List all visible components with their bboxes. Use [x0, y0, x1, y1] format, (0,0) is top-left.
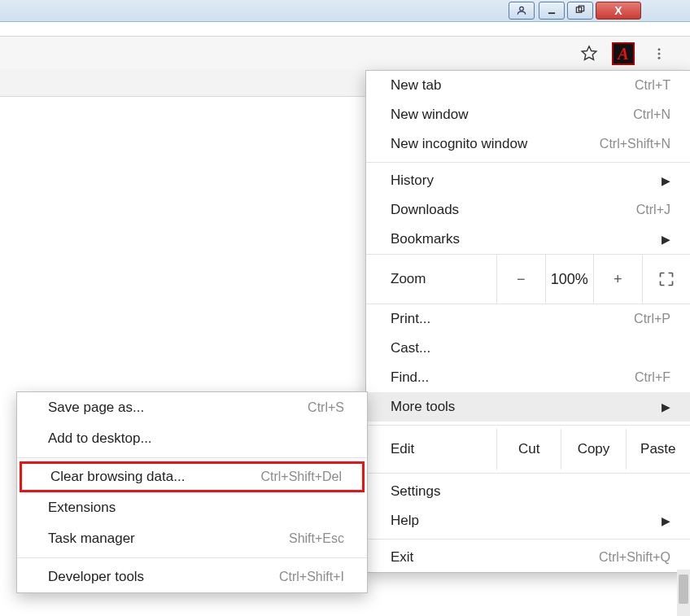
submenu-shortcut: Ctrl+Shift+Del: [260, 470, 342, 484]
close-icon: X: [614, 4, 622, 17]
menu-label: Cast...: [391, 340, 430, 356]
submenu-arrow-icon: ▶: [662, 400, 670, 413]
menu-label: More tools: [391, 399, 455, 415]
menu-label: Help: [391, 513, 419, 529]
submenu-label: Developer tools: [48, 569, 144, 585]
more-tools-submenu: Save page as... Ctrl+S Add to desktop...…: [16, 391, 368, 593]
menu-shortcut: Ctrl+T: [635, 78, 670, 93]
fullscreen-icon: [658, 271, 675, 287]
submenu-shortcut: Ctrl+Shift+I: [279, 570, 344, 584]
adobe-extension-button[interactable]: A: [612, 42, 635, 65]
menu-help[interactable]: Help ▶: [366, 506, 690, 535]
submenu-separator: [17, 557, 367, 558]
kebab-icon: [652, 46, 666, 61]
menu-shortcut: Ctrl+Shift+N: [600, 137, 670, 151]
submenu-task-manager[interactable]: Task manager Shift+Esc: [17, 523, 367, 554]
submenu-label: Extensions: [48, 500, 116, 516]
menu-bookmarks[interactable]: Bookmarks ▶: [366, 225, 690, 254]
user-icon: [516, 5, 527, 16]
submenu-clear-browsing-data[interactable]: Clear browsing data... Ctrl+Shift+Del: [20, 461, 365, 492]
menu-label: Downloads: [391, 202, 459, 218]
scrollbar-thumb[interactable]: [679, 574, 688, 604]
window-close-button[interactable]: X: [596, 2, 641, 20]
menu-label: New tab: [391, 77, 441, 94]
submenu-arrow-icon: ▶: [662, 174, 670, 187]
menu-label: Bookmarks: [391, 231, 460, 247]
zoom-value: 100%: [545, 255, 594, 304]
menu-separator: [366, 162, 690, 163]
submenu-shortcut: Ctrl+S: [308, 400, 344, 415]
menu-new-tab[interactable]: New tab Ctrl+T: [366, 71, 690, 100]
fullscreen-button[interactable]: [642, 255, 691, 304]
submenu-developer-tools[interactable]: Developer tools Ctrl+Shift+I: [17, 561, 367, 592]
menu-separator: [366, 473, 690, 474]
window-titlebar: X: [0, 0, 690, 22]
zoom-out-button[interactable]: −: [496, 255, 545, 304]
menu-settings[interactable]: Settings: [366, 477, 690, 506]
menu-edit-label: Edit: [366, 441, 496, 457]
submenu-label: Task manager: [48, 531, 135, 547]
star-icon: [580, 45, 598, 63]
chrome-main-menu: New tab Ctrl+T New window Ctrl+N New inc…: [365, 70, 690, 573]
menu-label: History: [391, 173, 434, 189]
edit-copy-button[interactable]: Copy: [561, 429, 625, 470]
menu-separator: [366, 425, 690, 426]
menu-label: New incognito window: [391, 136, 527, 152]
svg-point-0: [520, 7, 524, 11]
menu-label: New window: [391, 107, 468, 123]
menu-new-incognito[interactable]: New incognito window Ctrl+Shift+N: [366, 129, 690, 159]
submenu-shortcut: Shift+Esc: [289, 531, 344, 546]
menu-downloads[interactable]: Downloads Ctrl+J: [366, 195, 690, 225]
page-scrollbar[interactable]: [677, 570, 690, 616]
menu-new-window[interactable]: New window Ctrl+N: [366, 100, 690, 129]
submenu-label: Save page as...: [48, 400, 144, 416]
svg-rect-1: [548, 12, 555, 14]
maximize-icon: [574, 5, 586, 16]
menu-zoom-label: Zoom: [366, 271, 496, 287]
svg-point-6: [658, 57, 661, 59]
menu-shortcut: Ctrl+F: [635, 370, 670, 385]
window-user-button[interactable]: [509, 2, 535, 20]
submenu-save-page-as[interactable]: Save page as... Ctrl+S: [17, 392, 367, 423]
edit-paste-button[interactable]: Paste: [626, 429, 690, 470]
menu-print[interactable]: Print... Ctrl+P: [366, 304, 690, 334]
menu-shortcut: Ctrl+P: [634, 312, 670, 326]
chrome-menu-button[interactable]: [648, 42, 670, 65]
menu-cast[interactable]: Cast...: [366, 334, 690, 363]
menu-more-tools[interactable]: More tools ▶: [366, 392, 690, 422]
menu-shortcut: Ctrl+N: [633, 107, 670, 122]
bookmark-star-button[interactable]: [578, 42, 600, 65]
zoom-in-button[interactable]: +: [593, 255, 642, 304]
adobe-icon: A: [618, 42, 628, 65]
menu-label: Settings: [391, 483, 440, 500]
menu-zoom-row: Zoom − 100% +: [366, 254, 690, 304]
submenu-separator: [17, 457, 367, 458]
svg-point-5: [658, 53, 661, 55]
window-maximize-button[interactable]: [567, 2, 593, 20]
menu-edit-row: Edit Cut Copy Paste: [366, 429, 690, 470]
menu-label: Exit: [391, 549, 413, 566]
menu-history[interactable]: History ▶: [366, 166, 690, 195]
window-minimize-button[interactable]: [539, 2, 565, 20]
minimize-icon: [546, 5, 557, 16]
menu-label: Print...: [391, 311, 430, 327]
menu-exit[interactable]: Exit Ctrl+Shift+Q: [366, 543, 690, 572]
page-header-strip: [0, 70, 367, 97]
menu-shortcut: Ctrl+J: [636, 203, 670, 217]
submenu-arrow-icon: ▶: [662, 514, 670, 527]
browser-toolbar: A: [0, 36, 690, 72]
menu-separator: [366, 539, 690, 540]
svg-point-4: [658, 48, 661, 50]
submenu-label: Clear browsing data...: [50, 469, 185, 485]
submenu-add-to-desktop[interactable]: Add to desktop...: [17, 423, 367, 454]
menu-shortcut: Ctrl+Shift+Q: [599, 550, 670, 565]
submenu-label: Add to desktop...: [48, 430, 152, 447]
menu-find[interactable]: Find... Ctrl+F: [366, 363, 690, 392]
submenu-extensions[interactable]: Extensions: [17, 492, 367, 523]
edit-cut-button[interactable]: Cut: [496, 429, 561, 470]
menu-label: Find...: [391, 369, 429, 386]
submenu-arrow-icon: ▶: [662, 233, 670, 246]
